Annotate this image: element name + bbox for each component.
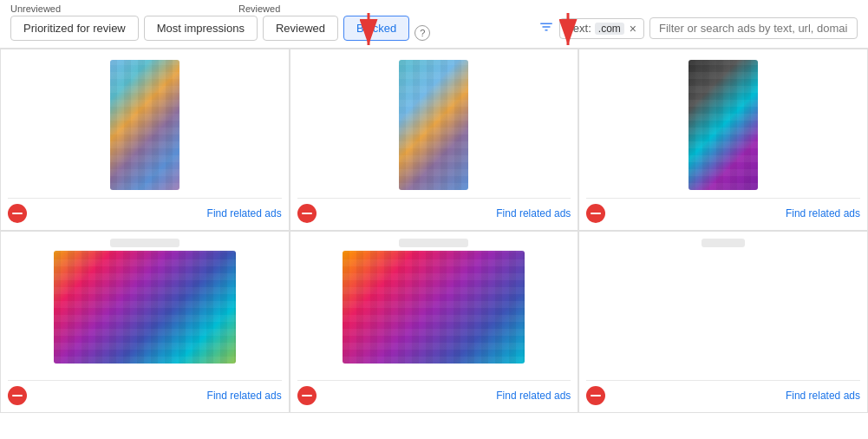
most-impressions-button[interactable]: Most impressions [144, 16, 258, 41]
ad-image [586, 56, 860, 193]
filter-search-input[interactable] [649, 17, 858, 39]
ad-label-chip [399, 239, 468, 247]
block-icon[interactable] [8, 386, 27, 405]
block-icon[interactable] [297, 204, 317, 223]
ad-cell: Find related ads [0, 231, 290, 413]
ad-label-strip [1, 239, 289, 247]
find-related-link[interactable]: Find related ads [207, 207, 282, 220]
block-icon[interactable] [586, 386, 605, 405]
filter-tag-close-icon[interactable]: × [630, 22, 636, 36]
ad-thumbnail [54, 251, 236, 364]
ad-cell: Find related ads [0, 49, 290, 231]
ad-thumbnail [110, 60, 179, 190]
ad-image [586, 239, 860, 375]
ad-thumbnail [689, 60, 758, 190]
ad-image [8, 56, 282, 193]
filter-tag-value: .com [595, 23, 624, 35]
ad-label-strip [290, 239, 578, 247]
prioritized-for-review-button[interactable]: Prioritized for review [10, 16, 139, 41]
block-icon[interactable] [297, 386, 317, 405]
find-related-link[interactable]: Find related ads [207, 390, 282, 402]
filter-section: Text: .com × [538, 17, 858, 39]
filter-tag: Text: .com × [559, 18, 644, 39]
find-related-link[interactable]: Find related ads [496, 207, 571, 220]
find-related-link[interactable]: Find related ads [786, 390, 860, 402]
help-icon[interactable]: ? [414, 25, 430, 41]
ad-cell: Find related ads [290, 231, 579, 413]
ad-footer: Find related ads [586, 198, 860, 223]
blocked-button[interactable]: Blocked [343, 16, 409, 41]
block-icon[interactable] [586, 204, 605, 223]
ad-label-chip [702, 239, 745, 247]
ad-image [297, 239, 571, 375]
unreviewed-label: Unreviewed [10, 3, 61, 14]
ad-footer: Find related ads [8, 380, 282, 405]
ad-footer: Find related ads [586, 380, 860, 405]
ad-footer: Find related ads [8, 198, 282, 223]
reviewed-button[interactable]: Reviewed [263, 16, 338, 41]
find-related-link[interactable]: Find related ads [786, 207, 860, 220]
ad-thumbnail [399, 60, 468, 190]
find-related-link[interactable]: Find related ads [496, 390, 571, 402]
ad-image [8, 239, 282, 375]
ad-label-strip [579, 239, 867, 247]
ad-footer: Find related ads [297, 198, 571, 223]
ad-cell: Find related ads [578, 49, 868, 231]
filter-buttons: Prioritized for review Most impressions … [10, 16, 430, 41]
filter-funnel-icon[interactable] [538, 19, 554, 38]
block-icon[interactable] [8, 204, 27, 223]
ad-thumbnail [343, 251, 525, 364]
ad-label-chip [110, 239, 179, 247]
ad-image [297, 56, 571, 193]
ad-cell: Find related ads [578, 231, 868, 413]
ad-cell: Find related ads [290, 49, 579, 231]
ads-grid-container: Find related ads Find related ads [0, 49, 868, 413]
reviewed-label: Reviewed [238, 3, 280, 14]
ad-footer: Find related ads [297, 380, 571, 405]
ads-grid: Find related ads Find related ads [0, 49, 868, 413]
filter-tag-label: Text: [567, 22, 591, 35]
top-bar: Unreviewed Reviewed Prioritized for revi… [0, 0, 868, 49]
